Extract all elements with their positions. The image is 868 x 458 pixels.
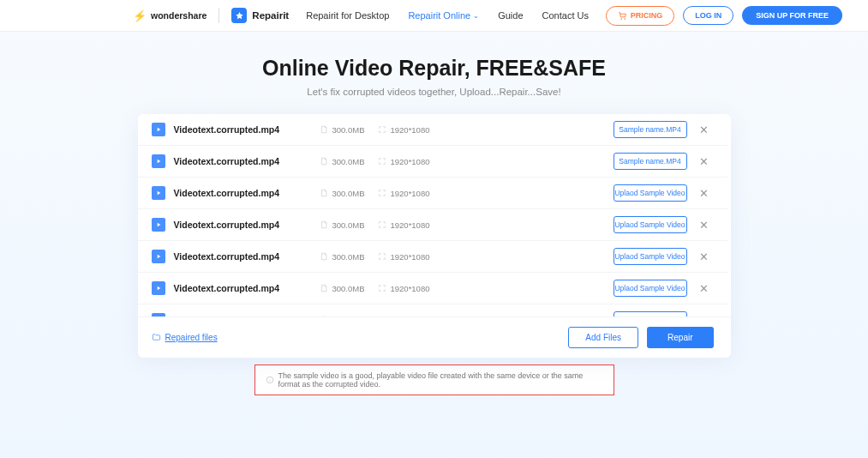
pricing-button[interactable]: PRICING: [606, 6, 675, 26]
chevron-down-icon: ⌄: [473, 12, 479, 20]
file-name: Videotext.corrupted.mp4: [174, 220, 320, 230]
file-dimensions: 1920*1080: [378, 316, 455, 317]
close-icon[interactable]: ✕: [697, 155, 710, 168]
file-dimensions: 1920*1080: [378, 220, 455, 230]
dimensions-icon: [378, 316, 386, 316]
dimensions-icon: [378, 189, 386, 197]
sample-button[interactable]: Uplaod Sample Video: [614, 184, 687, 202]
file-row: Videotext.corrupted.mp4 300.0MB 1920*108…: [138, 304, 727, 316]
file-list[interactable]: Videotext.corrupted.mp4 300.0MB 1920*108…: [138, 114, 731, 316]
file-dimensions: 1920*1080: [378, 284, 455, 293]
sample-button[interactable]: Sample name.MP4: [614, 121, 687, 138]
sample-button[interactable]: Uplaod Sample Video: [614, 216, 687, 233]
nav-online-label: Repairit Online: [408, 10, 470, 21]
panel: Videotext.corrupted.mp4 300.0MB 1920*108…: [138, 114, 731, 358]
dimensions-icon: [378, 125, 386, 134]
file-icon: [320, 157, 328, 166]
file-row: Videotext.corrupted.mp4 300.0MB 1920*108…: [138, 241, 727, 273]
repair-button[interactable]: Repair: [647, 327, 713, 348]
sample-button[interactable]: Uplaod Sample Video: [614, 280, 687, 297]
file-size: 300.0MB: [320, 220, 378, 230]
file-icon: [320, 125, 328, 134]
pricing-label: PRICING: [631, 11, 663, 20]
file-dimensions: 1920*1080: [378, 157, 455, 166]
nav-online[interactable]: Repairit Online ⌄: [408, 10, 479, 21]
video-thumb-icon: [152, 218, 165, 232]
add-files-button[interactable]: Add Files: [568, 327, 638, 348]
file-name: Videotext.corrupted.mp4: [174, 283, 320, 293]
video-thumb-icon: [152, 313, 165, 316]
hero: Online Video Repair, FREE&SAFE Let's fix…: [0, 32, 868, 114]
file-dimensions: 1920*1080: [378, 125, 455, 135]
file-row: Videotext.corrupted.mp4 300.0MB 1920*108…: [138, 209, 727, 241]
file-row: Videotext.corrupted.mp4 300.0MB 1920*108…: [138, 146, 727, 178]
dimensions-icon: [378, 284, 386, 292]
divider: [218, 8, 219, 23]
file-size: 300.0MB: [320, 157, 378, 166]
repaired-files-label: Repaired files: [165, 333, 218, 342]
file-icon: [320, 252, 328, 261]
header: ⚡ wondershare Repairit Repairit for Desk…: [0, 0, 868, 32]
cart-icon: [618, 11, 627, 21]
dimensions-icon: [378, 157, 386, 166]
file-name: Videotext.corrupted.mp4: [174, 188, 320, 198]
file-name: Videotext.corrupted.mp4: [174, 156, 320, 166]
panel-footer: Repaired files Add Files Repair: [138, 316, 731, 358]
file-icon: [320, 220, 328, 229]
close-icon[interactable]: ✕: [697, 250, 710, 263]
nav-guide[interactable]: Guide: [498, 10, 523, 21]
dimensions-icon: [378, 220, 386, 229]
video-thumb-icon: [152, 123, 165, 136]
wondershare-icon: ⚡: [133, 9, 147, 22]
file-size: 300.0MB: [320, 189, 378, 198]
file-size: 300.0MB: [320, 316, 378, 317]
nav-desktop[interactable]: Repairit for Desktop: [306, 10, 389, 21]
tip-text: The sample video is a good, playable vid…: [278, 371, 603, 389]
file-name: Videotext.corrupted.mp4: [174, 251, 320, 262]
video-thumb-icon: [152, 281, 165, 295]
nav-contact[interactable]: Contact Us: [542, 10, 589, 21]
file-dimensions: 1920*1080: [378, 189, 455, 198]
file-size: 300.0MB: [320, 284, 378, 293]
sample-button[interactable]: Uplaod Sample Video: [614, 248, 687, 265]
file-icon: [320, 189, 328, 197]
file-row: Videotext.corrupted.mp4 300.0MB 1920*108…: [138, 114, 727, 146]
file-row: Videotext.corrupted.mp4 300.0MB 1920*108…: [138, 273, 727, 304]
close-icon[interactable]: ✕: [697, 187, 710, 200]
file-dimensions: 1920*1080: [378, 252, 455, 262]
close-icon[interactable]: ✕: [697, 282, 710, 295]
repairit-text: Repairit: [252, 10, 289, 21]
repairit-logo[interactable]: Repairit: [231, 8, 289, 23]
file-size: 300.0MB: [320, 125, 378, 135]
hero-subtitle: Let's fix corrupted videos together, Upl…: [0, 87, 868, 97]
sample-button[interactable]: Sample name.MP4: [614, 153, 687, 170]
close-icon[interactable]: ✕: [697, 219, 710, 232]
file-name: Videotext.corrupted.mp4: [174, 315, 320, 316]
login-button[interactable]: LOG IN: [683, 6, 733, 25]
signup-button[interactable]: SIGN UP FOR FREE: [742, 6, 842, 25]
file-icon: [320, 284, 328, 292]
nav: Repairit for Desktop Repairit Online ⌄ G…: [306, 10, 589, 21]
file-size: 300.0MB: [320, 252, 378, 262]
video-thumb-icon: [152, 154, 165, 168]
close-icon[interactable]: ✕: [697, 124, 710, 136]
file-name: Videotext.corrupted.mp4: [174, 124, 320, 135]
video-thumb-icon: [152, 250, 165, 263]
hero-title: Online Video Repair, FREE&SAFE: [0, 56, 868, 81]
folder-icon: [152, 333, 161, 342]
tip-box: The sample video is a good, playable vid…: [254, 365, 614, 395]
wondershare-text: wondershare: [151, 10, 207, 21]
dimensions-icon: [378, 252, 386, 261]
repaired-files-link[interactable]: Repaired files: [152, 333, 218, 342]
wondershare-logo[interactable]: ⚡ wondershare: [133, 9, 207, 22]
svg-point-0: [620, 18, 621, 19]
sample-button[interactable]: Uplaod Sample Video: [614, 311, 687, 316]
svg-point-1: [624, 18, 625, 19]
file-row: Videotext.corrupted.mp4 300.0MB 1920*108…: [138, 178, 727, 209]
repairit-icon: [231, 8, 247, 23]
info-icon: [266, 376, 274, 384]
close-icon[interactable]: ✕: [697, 314, 710, 317]
video-thumb-icon: [152, 186, 165, 200]
file-icon: [320, 316, 328, 316]
